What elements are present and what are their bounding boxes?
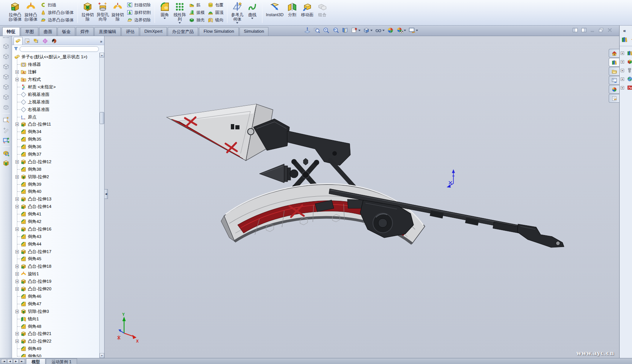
expand-toggle[interactable]: + — [15, 310, 19, 313]
hide-show-items-dropdown-arrow[interactable] — [382, 30, 385, 31]
tree-item-上视基准面[interactable]: 上视基准面 — [12, 98, 104, 106]
expand-toggle[interactable]: + — [15, 123, 19, 126]
left-view-button[interactable] — [2, 62, 11, 71]
add-to-library-button[interactable] — [620, 35, 629, 44]
bottom-view-button[interactable] — [2, 93, 11, 102]
tab-DimXpert[interactable]: DimXpert — [140, 27, 167, 36]
custom-properties-tab[interactable] — [609, 94, 619, 103]
tab-评估[interactable]: 评估 — [121, 27, 139, 36]
split-pane-left-button[interactable] — [572, 27, 578, 33]
display-style-button[interactable] — [362, 26, 373, 34]
tree-item-材质 <未指定>[interactable]: 材质 <未指定> — [12, 83, 104, 91]
tree-item-凸台-拉伸17[interactable]: +凸台-拉伸17 — [12, 248, 104, 255]
linear-pattern-dropdown-arrow[interactable] — [179, 22, 181, 24]
reference-geometry-button[interactable]: 参考几何体 — [230, 0, 245, 24]
toolbox-node[interactable]: + — [621, 58, 632, 66]
section-view-button[interactable] — [341, 26, 349, 34]
split-button[interactable]: 分割 — [285, 0, 300, 17]
tab-Simulation[interactable]: Simulation — [239, 27, 269, 36]
model-axe[interactable]: Y X — [105, 36, 619, 358]
tree-item-倒角39[interactable]: 倒角39 — [12, 180, 104, 188]
dimxpertmanager-tab[interactable] — [41, 37, 50, 45]
isometric-view-button[interactable] — [2, 103, 11, 112]
view-settings-dropdown-arrow[interactable] — [416, 30, 418, 31]
reference-geometry-dropdown-arrow[interactable] — [236, 22, 238, 24]
tree-item-凸台-拉伸13[interactable]: +凸台-拉伸13 — [12, 196, 104, 203]
mirror-button[interactable]: 镜向 — [206, 16, 224, 24]
scroll-down-arrow[interactable]: ▼ — [100, 353, 104, 358]
view-orientation-button[interactable] — [350, 26, 361, 34]
curves-button[interactable]: 曲线 — [245, 0, 260, 19]
tab-草图[interactable]: 草图 — [21, 27, 38, 36]
tree-item-前视基准面[interactable]: 前视基准面 — [12, 91, 104, 98]
tab-焊件[interactable]: 焊件 — [76, 27, 94, 36]
curves-dropdown-arrow[interactable] — [251, 18, 253, 19]
draft-button[interactable]: 拔模 — [188, 9, 206, 16]
nav-first-button[interactable]: |◀ — [1, 359, 7, 364]
tree-item-倒角50[interactable]: 倒角50 — [12, 353, 104, 357]
tree-item-倒角35[interactable]: 倒角35 — [12, 136, 104, 143]
file-explorer-tab[interactable] — [609, 67, 619, 76]
expand-toggle[interactable]: + — [15, 272, 19, 276]
tree-item-倒角42[interactable]: 倒角42 — [12, 218, 104, 226]
expand-toggle[interactable]: + — [15, 287, 19, 291]
fillet-dropdown-arrow[interactable] — [164, 18, 166, 19]
expand-toggle[interactable]: + — [15, 78, 19, 81]
displaymanager-tab[interactable] — [50, 37, 59, 45]
appearances-tab[interactable] — [609, 85, 619, 94]
manager-tabs-overflow-chevron[interactable]: » — [100, 39, 103, 45]
tree-item-凸台-拉伸11[interactable]: +凸台-拉伸11 — [12, 121, 104, 128]
solidworks-resources-tab[interactable] — [609, 49, 619, 58]
tree-item-倒角45[interactable]: 倒角45 — [12, 255, 104, 263]
expand-toggle[interactable]: + — [15, 70, 19, 74]
edit-appearance-button[interactable] — [386, 26, 395, 34]
split-pane-right-button[interactable] — [580, 27, 587, 33]
tree-scrollbar[interactable]: ▲ ▼ — [99, 53, 104, 358]
previous-view-button[interactable] — [331, 26, 340, 34]
toolbox-standards-node[interactable]: + — [621, 66, 632, 75]
tree-item-凸台-拉伸16[interactable]: +凸台-拉伸16 — [12, 225, 104, 233]
tab-曲面[interactable]: 曲面 — [39, 27, 57, 36]
front-view-button[interactable] — [2, 42, 11, 51]
tree-item-倒角38[interactable]: 倒角38 — [12, 165, 104, 173]
tree-root-item[interactable]: 斧子q (默认<<默认>_显示状态 1>) — [12, 53, 104, 61]
view-palette-tab[interactable] — [609, 76, 619, 85]
lofted-cut-button[interactable]: 放样切割 — [126, 9, 152, 16]
tree-item-倒角49[interactable]: 倒角49 — [12, 345, 104, 353]
expand-toggle[interactable]: + — [15, 205, 19, 208]
sketch-button[interactable] — [2, 126, 11, 135]
tree-item-倒角34[interactable]: 倒角34 — [12, 128, 104, 136]
expand-toggle[interactable]: + — [15, 228, 19, 231]
tree-item-倒角48[interactable]: 倒角48 — [12, 323, 104, 330]
linear-pattern-button[interactable]: 线性阵列 — [172, 0, 187, 24]
hide-show-items-button[interactable] — [374, 26, 385, 34]
panel-splitter-collapse-button[interactable]: ◀ — [105, 189, 108, 199]
expand-toggle[interactable]: + — [15, 340, 19, 343]
graphics-viewport[interactable]: Y X ◀ www.ayc.cn — [105, 36, 619, 358]
study-tab-模型[interactable]: 模型 — [26, 358, 45, 364]
tree-item-凸台-拉伸21[interactable]: +凸台-拉伸21 — [12, 330, 104, 338]
tree-item-凸台-拉伸20[interactable]: +凸台-拉伸20 — [12, 285, 104, 293]
expand-toggle[interactable]: + — [621, 60, 624, 64]
zoom-to-area-button[interactable] — [312, 26, 321, 34]
wrap-button[interactable]: 包覆 — [206, 1, 224, 9]
expand-toggle[interactable]: + — [621, 77, 624, 81]
move-face-button[interactable]: 移动面 — [300, 0, 315, 17]
tree-item-凸台-拉伸14[interactable]: +凸台-拉伸14 — [12, 203, 104, 211]
tree-item-传感器[interactable]: 传感器 — [12, 61, 104, 68]
tree-filter-input[interactable] — [20, 46, 99, 52]
close-button[interactable] — [606, 27, 613, 33]
expand-toggle[interactable]: + — [15, 160, 19, 164]
swept-cut-button[interactable]: 扫描切除 — [126, 1, 152, 9]
extruded-cut-button[interactable]: 拉伸切除 — [80, 0, 95, 21]
instant3d-button[interactable]: Instant3D — [265, 0, 285, 17]
revolved-cut-button[interactable]: 旋转切除 — [110, 0, 125, 21]
3d-contentcentral-node[interactable]: + — [621, 75, 632, 83]
scroll-thumb[interactable] — [100, 112, 104, 124]
boundary-boss-button[interactable]: 边界凸台/基体 — [39, 16, 75, 24]
design-library-tab[interactable] — [609, 58, 619, 67]
tree-item-注解[interactable]: +A注解 — [12, 68, 104, 76]
add-file-location-button[interactable] — [630, 35, 632, 44]
tab-Flow Simulation[interactable]: Flow Simulation — [199, 27, 238, 36]
tree-item-镜向1[interactable]: 镜向1 — [12, 315, 104, 323]
